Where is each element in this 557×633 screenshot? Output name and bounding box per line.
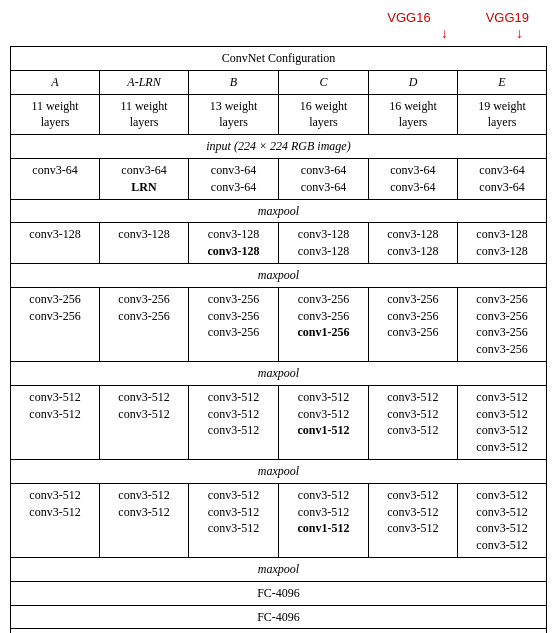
s5-alrn: conv3-512conv3-512: [100, 483, 189, 557]
col-header-a: A: [11, 70, 100, 94]
s2-e: conv3-128conv3-128: [457, 223, 546, 264]
s5-a: conv3-512conv3-512: [11, 483, 100, 557]
input-label: input (224 × 224 RGB image): [11, 135, 547, 159]
section1-conv-row: conv3-64 conv3-64LRN conv3-64conv3-64 co…: [11, 158, 547, 199]
section3-conv-row: conv3-256conv3-256 conv3-256conv3-256 co…: [11, 287, 547, 361]
col-header-e: E: [457, 70, 546, 94]
weight-b: 13 weightlayers: [189, 94, 279, 135]
fc2-row: FC-4096: [11, 605, 547, 629]
pool5-row: maxpool: [11, 557, 547, 581]
s1-e: conv3-64conv3-64: [457, 158, 546, 199]
convnet-config-table: ConvNet Configuration A A-LRN B C D E 11…: [10, 46, 547, 633]
table-header-row: A A-LRN B C D E: [11, 70, 547, 94]
s2-a: conv3-128: [11, 223, 100, 264]
weight-a: 11 weightlayers: [11, 94, 100, 135]
section5-conv-row: conv3-512conv3-512 conv3-512conv3-512 co…: [11, 483, 547, 557]
col-header-d: D: [368, 70, 457, 94]
vgg19-label: VGG19: [486, 10, 529, 25]
s2-alrn: conv3-128: [100, 223, 189, 264]
weight-d: 16 weightlayers: [368, 94, 457, 135]
s2-b: conv3-128conv3-128: [189, 223, 279, 264]
weight-layers-row: 11 weightlayers 11 weightlayers 13 weigh…: [11, 94, 547, 135]
s5-e: conv3-512conv3-512conv3-512conv3-512: [457, 483, 546, 557]
table-title-row: ConvNet Configuration: [11, 47, 547, 71]
s4-b: conv3-512conv3-512conv3-512: [189, 385, 279, 459]
maxpool2: maxpool: [11, 263, 547, 287]
s1-d: conv3-64conv3-64: [368, 158, 457, 199]
s5-b: conv3-512conv3-512conv3-512: [189, 483, 279, 557]
s4-d: conv3-512conv3-512conv3-512: [368, 385, 457, 459]
pool4-row: maxpool: [11, 459, 547, 483]
s2-c: conv3-128conv3-128: [278, 223, 368, 264]
s4-alrn: conv3-512conv3-512: [100, 385, 189, 459]
s3-e: conv3-256conv3-256conv3-256conv3-256: [457, 287, 546, 361]
maxpool5: maxpool: [11, 557, 547, 581]
maxpool1: maxpool: [11, 199, 547, 223]
weight-c: 16 weightlayers: [278, 94, 368, 135]
s3-d: conv3-256conv3-256conv3-256: [368, 287, 457, 361]
s4-c: conv3-512conv3-512conv1-512: [278, 385, 368, 459]
fc2: FC-4096: [11, 605, 547, 629]
s3-alrn: conv3-256conv3-256: [100, 287, 189, 361]
fc3: FC-1000: [11, 629, 547, 633]
s3-b: conv3-256conv3-256conv3-256: [189, 287, 279, 361]
s4-e: conv3-512conv3-512conv3-512conv3-512: [457, 385, 546, 459]
pool3-row: maxpool: [11, 361, 547, 385]
s2-d: conv3-128conv3-128: [368, 223, 457, 264]
fc1-row: FC-4096: [11, 581, 547, 605]
table-title: ConvNet Configuration: [11, 47, 547, 71]
s1-a: conv3-64: [11, 158, 100, 199]
s1-alrn: conv3-64LRN: [100, 158, 189, 199]
s5-d: conv3-512conv3-512conv3-512: [368, 483, 457, 557]
col-header-alrn: A-LRN: [100, 70, 189, 94]
maxpool4: maxpool: [11, 459, 547, 483]
vgg16-label: VGG16: [387, 10, 430, 25]
col-header-b: B: [189, 70, 279, 94]
fc1: FC-4096: [11, 581, 547, 605]
vgg19-arrow: ↓: [516, 26, 523, 42]
vgg16-arrow: ↓: [441, 26, 448, 42]
s5-c: conv3-512conv3-512conv1-512: [278, 483, 368, 557]
s1-b: conv3-64conv3-64: [189, 158, 279, 199]
fc3-row: FC-1000: [11, 629, 547, 633]
weight-e: 19 weightlayers: [457, 94, 546, 135]
weight-alrn: 11 weightlayers: [100, 94, 189, 135]
pool2-row: maxpool: [11, 263, 547, 287]
s3-c: conv3-256conv3-256conv1-256: [278, 287, 368, 361]
input-row: input (224 × 224 RGB image): [11, 135, 547, 159]
maxpool3: maxpool: [11, 361, 547, 385]
s1-c: conv3-64conv3-64: [278, 158, 368, 199]
pool1-row: maxpool: [11, 199, 547, 223]
s4-a: conv3-512conv3-512: [11, 385, 100, 459]
section4-conv-row: conv3-512conv3-512 conv3-512conv3-512 co…: [11, 385, 547, 459]
section2-conv-row: conv3-128 conv3-128 conv3-128conv3-128 c…: [11, 223, 547, 264]
col-header-c: C: [278, 70, 368, 94]
s3-a: conv3-256conv3-256: [11, 287, 100, 361]
